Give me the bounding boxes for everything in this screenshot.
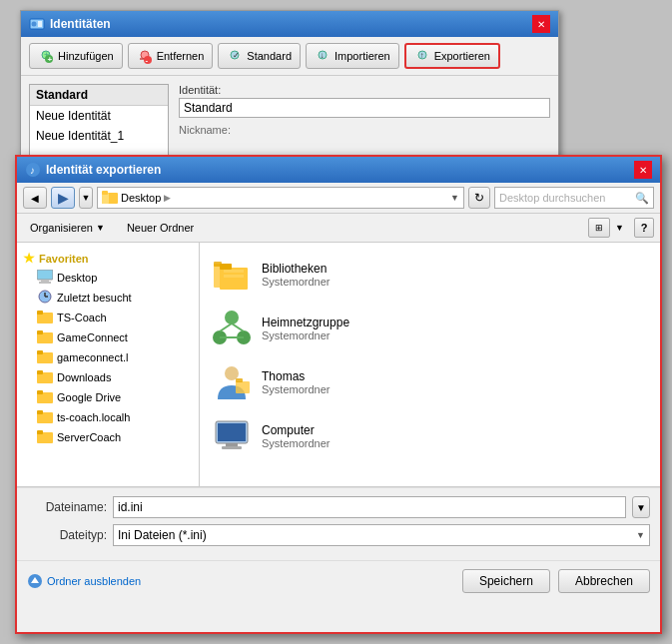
heimnetzgruppe-name: Heimnetzgruppe [262,316,349,329]
servercoach-label: ServerCoach [57,431,121,443]
sidebar-item-tscoach[interactable]: TS-Coach [17,308,199,327]
view-toggle-btn[interactable]: ⊞ [588,218,610,238]
remove-identity-button[interactable]: - Entfernen [128,43,214,69]
save-button[interactable]: Speichern [462,569,550,593]
new-folder-button[interactable]: Neuer Ordner [120,218,201,238]
organize-arrow: ▼ [96,223,105,233]
help-button[interactable]: ? [634,218,654,238]
sidebar-item-recent[interactable]: Zuletzt besucht [17,288,199,308]
import-identity-button[interactable]: ↓ Importieren [306,43,399,69]
organize-label: Organisieren [30,222,93,234]
svg-rect-43 [37,430,43,434]
address-arrow: ▶ [164,193,171,203]
forward-button[interactable]: ▶ [51,187,75,209]
thomas-icon [212,362,252,402]
identities-close-btn[interactable]: ✕ [532,15,550,33]
file-item-computer[interactable]: Computer Systemordner [208,412,652,460]
filetype-dropdown[interactable]: Ini Dateien (*.ini) ▼ [113,524,650,546]
tscoachlocal-label: ts-coach.localh [57,411,130,423]
computer-info: Computer Systemordner [262,423,330,449]
filetype-arrow: ▼ [636,530,645,540]
favorites-header: ★ Favoriten [17,249,199,268]
right-file-panel: Bibliotheken Systemordner [200,243,660,486]
sidebar-item-googledrive[interactable]: Google Drive [17,387,199,407]
cancel-button[interactable]: Abbrechen [558,569,650,593]
export-identity-button[interactable]: ↑ Exportieren [404,43,500,69]
svg-text:+: + [48,55,53,64]
new-folder-label: Neuer Ordner [127,222,194,234]
svg-text:♪: ♪ [30,165,35,176]
svg-line-53 [220,323,232,331]
address-path-box[interactable]: Desktop ▶ ▼ [97,187,464,209]
list-item[interactable]: Neue Identität_1 [30,126,168,146]
title-bar-left: Identitäten [29,16,111,32]
export-dialog: ♪ Identität exportieren ✕ ◀ ▶ ▼ Desktop … [15,155,662,634]
search-box[interactable]: Desktop durchsuchen 🔍 [494,187,654,209]
svg-rect-31 [37,311,43,315]
address-path-text: Desktop [121,192,161,204]
recent-label: Zuletzt besucht [57,292,132,304]
svg-rect-35 [37,350,43,354]
bibliotheken-info: Bibliotheken Systemordner [262,262,330,288]
sidebar-item-gameconnect[interactable]: GameConnect [17,327,199,347]
set-default-button[interactable]: ✓ Standard [218,43,301,69]
dropdown-nav-btn[interactable]: ▼ [79,187,93,209]
favorites-section: ★ Favoriten Desktop [17,247,199,449]
folder-googledrive-icon [37,389,53,405]
gameconnect2-label: gameconnect.l [57,351,129,363]
thomas-info: Thomas Systemordner [262,369,330,395]
heimnetzgruppe-icon [212,309,252,348]
nickname-label: Nickname: [179,124,550,136]
folder-icon-address [102,190,118,206]
nickname-field-row: Nickname: [179,124,550,136]
filename-dropdown-btn[interactable]: ▼ [632,496,650,518]
export-close-btn[interactable]: ✕ [634,161,652,179]
svg-point-56 [225,366,239,380]
svg-rect-25 [41,280,49,282]
file-item-bibliotheken[interactable]: Bibliotheken Systemordner [208,251,652,299]
file-toolbar: Organisieren ▼ Neuer Ordner ⊞ ▼ ? [17,214,660,243]
sidebar-item-servercoach[interactable]: ServerCoach [17,427,199,447]
list-item[interactable]: Neue Identität [30,106,168,126]
sidebar-item-gameconnect2[interactable]: gameconnect.l [17,347,199,367]
bottom-buttons: Ordner ausblenden Speichern Abbrechen [17,560,660,601]
identities-toolbar: + + Hinzufügen - Entfernen ✓ Standard [21,37,558,76]
filename-input[interactable] [113,496,626,518]
svg-text:-: - [145,56,148,64]
file-item-thomas[interactable]: Thomas Systemordner [208,358,652,406]
refresh-button[interactable]: ↻ [468,187,490,209]
identities-title-bar: Identitäten ✕ [21,11,558,37]
sidebar-item-downloads[interactable]: Downloads [17,367,199,387]
filename-label: Dateiname: [27,500,107,514]
remove-icon: - [137,48,153,64]
folder-gameconnect-icon [37,329,53,345]
gameconnect-label: GameConnect [57,331,128,343]
filename-row: Dateiname: ▼ [27,496,650,518]
sidebar-item-desktop[interactable]: Desktop [17,268,199,288]
svg-rect-61 [226,443,238,446]
hide-folders-button[interactable]: Ordner ausblenden [27,573,141,589]
computer-type: Systemordner [262,437,330,449]
identity-input[interactable] [179,98,550,118]
filetype-row: Dateityp: Ini Dateien (*.ini) ▼ [27,524,650,546]
export-title-bar: ♪ Identität exportieren ✕ [17,157,660,183]
export-title-icon: ♪ [25,162,41,178]
sidebar-item-tscoach-local[interactable]: ts-coach.localh [17,407,199,427]
svg-rect-41 [37,410,43,414]
left-sidebar: ★ Favoriten Desktop [17,243,200,486]
address-path: Desktop ▶ [102,190,171,206]
file-item-heimnetzgruppe[interactable]: Heimnetzgruppe Systemordner [208,305,652,352]
add-identity-button[interactable]: + + Hinzufügen [29,43,123,69]
organize-button[interactable]: Organisieren ▼ [23,218,112,238]
desktop-label: Desktop [57,272,97,284]
folder-servercoach-icon [37,429,53,445]
bibliotheken-name: Bibliotheken [262,262,330,276]
view-dropdown-arrow: ▼ [613,223,626,233]
address-bar: ◀ ▶ ▼ Desktop ▶ ▼ ↻ Desktop durchsuchen … [17,183,660,214]
back-button[interactable]: ◀ [23,187,47,209]
svg-rect-33 [37,330,43,334]
hide-folders-icon [27,573,43,589]
view-icons: ⊞ ▼ [588,218,626,238]
svg-text:↓: ↓ [321,51,325,60]
svg-rect-47 [220,264,232,270]
